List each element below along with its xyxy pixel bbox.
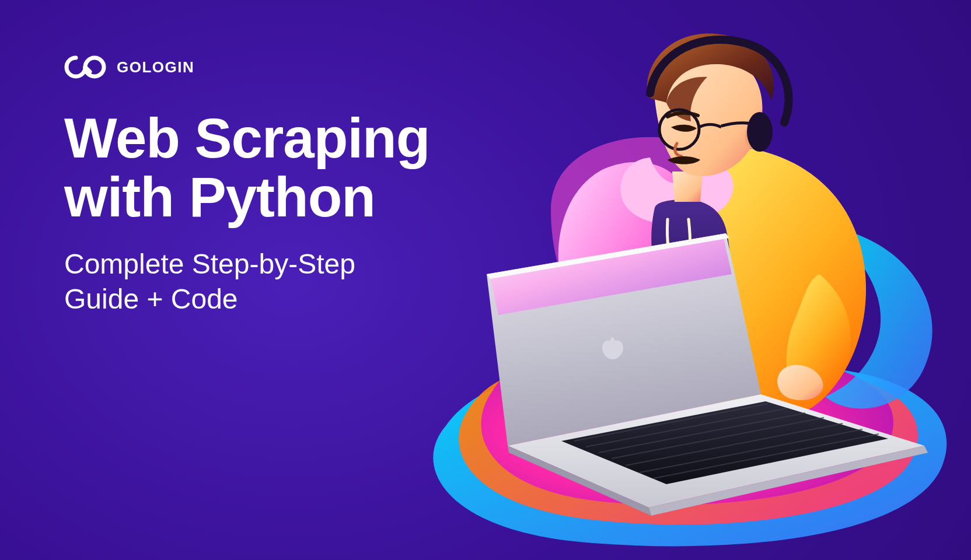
subhead-line-2: Guide + Code xyxy=(64,284,238,314)
sleeve-right xyxy=(787,274,851,396)
headline: Web Scraping with Python xyxy=(64,109,429,227)
hood xyxy=(621,156,734,224)
blob-orange-layer xyxy=(459,354,918,525)
hand-left xyxy=(638,362,680,394)
text-block: GOLOGIN Web Scraping with Python Complet… xyxy=(64,55,429,317)
subhead-line-1: Complete Step-by-Step xyxy=(64,249,355,279)
head xyxy=(647,34,789,177)
hoodie-left xyxy=(558,162,696,374)
headline-line-1: Web Scraping xyxy=(64,107,429,169)
svg-point-1 xyxy=(659,110,699,149)
subheadline: Complete Step-by-Step Guide + Code xyxy=(64,247,429,317)
drawstring-1 xyxy=(668,219,675,271)
neck xyxy=(672,172,703,202)
blob-pink-layer xyxy=(481,345,893,505)
headline-line-2: with Python xyxy=(64,166,375,228)
tshirt xyxy=(651,200,730,319)
drawstring-2 xyxy=(687,219,690,268)
laptop xyxy=(487,233,928,516)
hand-right xyxy=(777,365,823,400)
hero-illustration xyxy=(376,23,971,560)
blob-cyan-accent xyxy=(825,233,932,408)
brand-row: GOLOGIN xyxy=(64,55,429,79)
blob-cyan-layer xyxy=(433,356,946,546)
hoodie-right xyxy=(691,146,866,422)
apple-logo-icon xyxy=(602,337,623,359)
svg-point-2 xyxy=(747,112,773,152)
logo-icon xyxy=(64,55,106,79)
brand-name: GOLOGIN xyxy=(117,58,194,76)
sleeve-left xyxy=(563,280,650,398)
hoodie-back-glow xyxy=(551,137,750,341)
